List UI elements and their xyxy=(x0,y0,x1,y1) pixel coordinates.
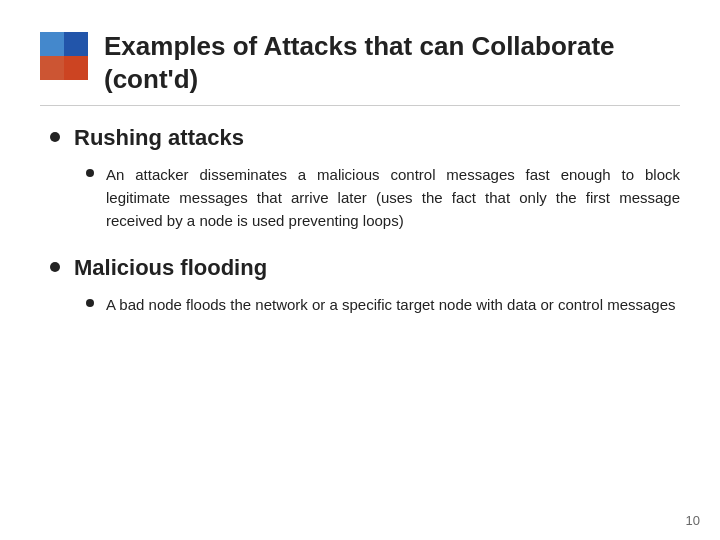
rushing-attacks-label: Rushing attacks xyxy=(74,124,244,153)
rushing-sub-text-1: An attacker disseminates a malicious con… xyxy=(106,163,680,233)
flooding-sub-bullets: A bad node floods the network or a speci… xyxy=(50,293,680,316)
slide-title: Examples of Attacks that can Collaborate… xyxy=(104,30,680,95)
sub-bullet-dot-rushing-1 xyxy=(86,169,94,177)
bullet-dot-flooding xyxy=(50,262,60,272)
malicious-flooding-label: Malicious flooding xyxy=(74,254,267,283)
rushing-sub-bullet-1: An attacker disseminates a malicious con… xyxy=(86,163,680,233)
slide-number: 10 xyxy=(686,513,700,528)
header-icon xyxy=(40,32,88,80)
sub-bullet-dot-flooding-1 xyxy=(86,299,94,307)
rushing-sub-bullets: An attacker disseminates a malicious con… xyxy=(50,163,680,233)
main-bullet-rushing: Rushing attacks xyxy=(50,124,680,153)
header-area: Examples of Attacks that can Collaborate… xyxy=(40,30,680,106)
flooding-sub-text-1: A bad node floods the network or a speci… xyxy=(106,293,676,316)
slide-content: Rushing attacks An attacker disseminates… xyxy=(40,124,680,316)
bullet-dot-rushing xyxy=(50,132,60,142)
main-bullet-flooding: Malicious flooding xyxy=(50,254,680,283)
section-rushing-attacks: Rushing attacks An attacker disseminates… xyxy=(50,124,680,232)
section-malicious-flooding: Malicious flooding A bad node floods the… xyxy=(50,254,680,316)
flooding-sub-bullet-1: A bad node floods the network or a speci… xyxy=(86,293,680,316)
slide: Examples of Attacks that can Collaborate… xyxy=(0,0,720,540)
